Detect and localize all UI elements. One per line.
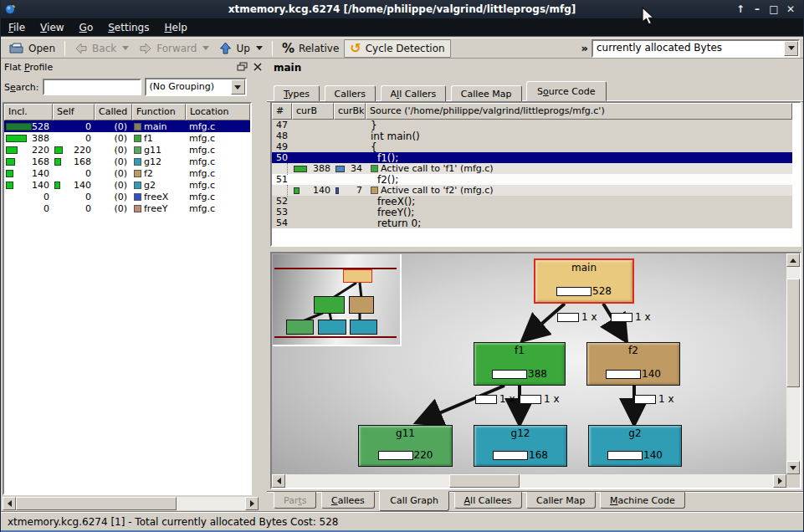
dock-titlebar[interactable]: Flat Profile xyxy=(1,59,267,75)
curbk-bar xyxy=(335,166,345,172)
table-row-freeY[interactable]: 0 0 (0) freeY mfg.c xyxy=(4,202,250,214)
table-row-f2[interactable]: 140 0 (0) f2 mfg.c xyxy=(4,167,250,179)
function-detail-pane: main Types Callers All Callers Callee Ma… xyxy=(267,59,804,512)
source-line[interactable]: 48 int main() xyxy=(272,130,792,141)
menu-settings[interactable]: Settings xyxy=(100,18,156,36)
tab-callee-map[interactable]: Callee Map xyxy=(451,85,522,102)
forward-dropdown-icon[interactable] xyxy=(202,46,209,50)
column-header-called[interactable]: Called xyxy=(95,104,132,120)
tab-all-callers[interactable]: All Callers xyxy=(381,85,447,102)
relative-toggle-button[interactable]: % Relative xyxy=(277,39,344,58)
up-dropdown-icon[interactable] xyxy=(256,46,263,50)
graph-vscrollbar[interactable] xyxy=(786,253,800,474)
source-line[interactable]: 51 f2(); xyxy=(272,174,792,185)
table-row-f1[interactable]: 388 0 (0) f1 mfg.c xyxy=(4,132,250,144)
column-header-incl[interactable]: Incl. xyxy=(4,104,53,120)
column-header-curbk[interactable]: curBk xyxy=(334,103,366,120)
tab-caller-map[interactable]: Caller Map xyxy=(526,492,596,509)
minimap-node-main xyxy=(343,269,372,283)
source-line[interactable]: 49 { xyxy=(272,141,792,152)
source-line[interactable]: 54 return 0; xyxy=(272,217,792,228)
maximize-button[interactable]: □ xyxy=(766,2,781,17)
tab-types[interactable]: Types xyxy=(274,85,320,102)
column-header-source[interactable]: Source ('/home/philippe/valgrind/littlep… xyxy=(366,103,792,120)
back-button[interactable]: Back xyxy=(69,39,134,58)
source-line[interactable]: 47 } xyxy=(272,120,792,130)
event-type-selector[interactable]: currently allocated Bytes xyxy=(591,39,800,58)
scroll-up-icon[interactable] xyxy=(786,253,800,267)
application-window: xtmemory.kcg.6274 [/home/philippe/valgri… xyxy=(0,0,804,532)
cost-bar xyxy=(606,370,641,379)
tab-callees[interactable]: Callees xyxy=(321,492,375,509)
back-dropdown-icon[interactable] xyxy=(122,46,129,50)
search-input[interactable] xyxy=(43,79,141,95)
column-header-function[interactable]: Function xyxy=(132,104,186,120)
open-button[interactable]: Open xyxy=(4,39,60,58)
up-arrow-icon xyxy=(219,42,232,54)
scrollbar-thumb[interactable] xyxy=(16,497,177,510)
toolbar-overflow-button[interactable]: » xyxy=(581,42,588,54)
graph-node-f1[interactable]: f1 388 xyxy=(474,342,566,386)
event-type-dropdown-button[interactable] xyxy=(784,41,798,56)
menu-view[interactable]: View xyxy=(33,18,71,36)
forward-button[interactable]: Forward xyxy=(134,39,214,58)
column-header-self[interactable]: Self xyxy=(53,104,95,120)
scroll-right-icon[interactable] xyxy=(245,497,259,510)
grouping-selector[interactable]: (No Grouping) xyxy=(145,78,247,96)
column-header-curb[interactable]: curB xyxy=(292,103,334,120)
active-call-row-f1[interactable]: 388 34 Active call to 'f1' (mfg.c) xyxy=(272,163,792,174)
scroll-left-icon[interactable] xyxy=(3,497,16,510)
scroll-down-icon[interactable] xyxy=(786,461,800,474)
graph-overview-minimap[interactable] xyxy=(273,254,402,346)
incl-bar xyxy=(6,135,27,142)
function-icon xyxy=(134,158,141,166)
active-call-row-f2[interactable]: 140 7 Active call to 'f2' (mfg.c) xyxy=(272,185,792,196)
float-icon[interactable] xyxy=(237,62,248,72)
curb-bar xyxy=(294,187,300,194)
table-row-g11[interactable]: 220 220 (0) g11 mfg.c xyxy=(4,144,250,156)
title-bar: xtmemory.kcg.6274 [/home/philippe/valgri… xyxy=(1,0,803,18)
source-line[interactable]: 53 freeY(); xyxy=(272,207,792,217)
tab-source-code[interactable]: Source Code xyxy=(526,81,606,101)
menu-help[interactable]: Help xyxy=(156,18,194,36)
keep-above-button[interactable]: ↑ xyxy=(733,2,748,17)
table-row-g12[interactable]: 168 168 (0) g12 mfg.c xyxy=(4,156,250,167)
cycle-detection-toggle-button[interactable]: ↺ Cycle Detection xyxy=(344,39,450,58)
graph-node-g11[interactable]: g11 220 xyxy=(358,425,453,467)
function-icon xyxy=(134,135,141,142)
menu-file[interactable]: File xyxy=(1,18,33,36)
chevron-down-icon xyxy=(788,46,795,50)
tab-call-graph[interactable]: Call Graph xyxy=(379,491,449,511)
up-button[interactable]: Up xyxy=(214,39,267,58)
scroll-right-icon[interactable] xyxy=(773,474,786,488)
tab-machine-code[interactable]: Machine Code xyxy=(600,492,685,509)
tab-all-callees[interactable]: All Callees xyxy=(454,492,522,509)
flat-profile-hscrollbar[interactable] xyxy=(3,497,259,510)
table-row-main[interactable]: 528 0 (0) main mfg.c xyxy=(4,120,250,132)
column-header-line[interactable]: # xyxy=(272,103,292,120)
call-graph-canvas[interactable]: main 528 f1 388 f2 140 g11 220 g12 168 g… xyxy=(270,252,801,489)
event-type-value: currently allocated Bytes xyxy=(593,41,784,56)
column-header-location[interactable]: Location xyxy=(186,104,250,120)
source-line-selected[interactable]: 50 f1(); xyxy=(272,152,792,163)
status-bar: xtmemory.kcg.6274 [1] - Total currently … xyxy=(1,512,803,530)
graph-node-g12[interactable]: g12 168 xyxy=(474,425,567,467)
scrollbar-thumb[interactable] xyxy=(786,279,800,387)
tab-parts[interactable]: Parts xyxy=(274,492,316,509)
close-button[interactable]: ✕ xyxy=(783,2,798,17)
minimize-button[interactable]: – xyxy=(750,2,765,17)
scrollbar-thumb[interactable] xyxy=(449,474,520,488)
graph-hscrollbar[interactable] xyxy=(272,474,786,488)
graph-node-g2[interactable]: g2 140 xyxy=(588,425,682,467)
menu-go[interactable]: Go xyxy=(72,18,101,36)
table-row-freeX[interactable]: 0 0 (0) freeX mfg.c xyxy=(4,191,250,202)
source-line[interactable]: 52 freeX(); xyxy=(272,196,792,207)
bottom-tab-bar: Parts Callees Call Graph All Callees Cal… xyxy=(267,491,804,512)
close-icon[interactable] xyxy=(252,62,264,72)
table-row-g2[interactable]: 140 140 (0) g2 mfg.c xyxy=(4,179,250,191)
graph-node-f2[interactable]: f2 140 xyxy=(586,342,680,386)
scroll-left-icon[interactable] xyxy=(272,474,285,488)
graph-node-main[interactable]: main 528 xyxy=(534,258,634,304)
tab-callers[interactable]: Callers xyxy=(325,85,376,102)
grouping-dropdown-button[interactable] xyxy=(231,79,245,95)
